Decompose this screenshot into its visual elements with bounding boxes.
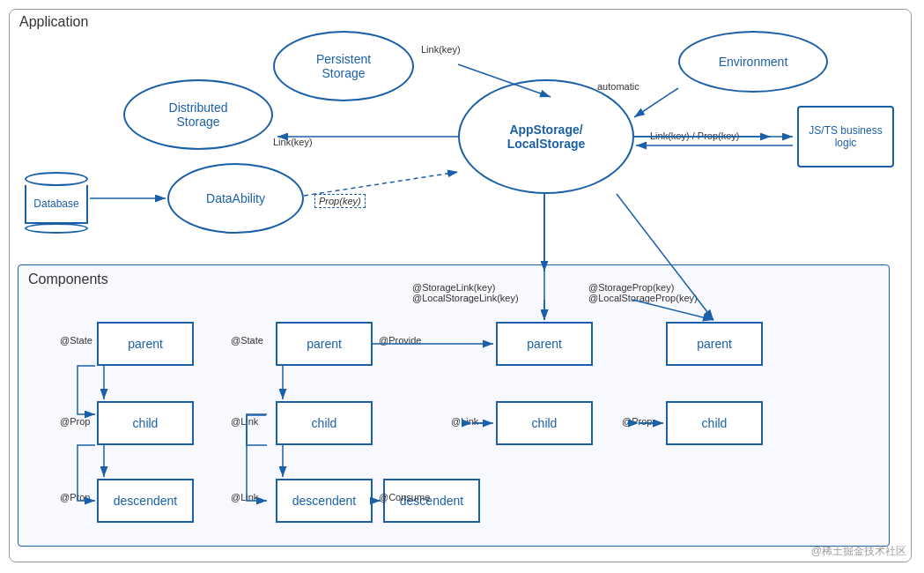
prop-key-label: Prop(key) [314,194,366,208]
link-label-g3: @Link [451,416,478,427]
g3-parent-box: parent [496,322,593,366]
db-bottom [25,223,88,234]
link-label-1: @Link [231,416,258,427]
automatic-label: automatic [597,81,639,92]
dataability-ellipse: DataAbility [167,163,304,234]
consume-label: @Consume [379,492,430,502]
g1-parent-label: parent [128,337,163,351]
g4-parent-label: parent [697,337,732,351]
g3-child-label: child [532,416,558,430]
jsts-shape: JS/TS business logic [797,106,894,167]
components-label: Components [28,272,108,287]
prop-label-g4: @Prop [622,416,652,427]
state-label-2: @State [231,335,263,346]
appstorage-label: AppStorage/LocalStorage [507,123,586,151]
g2-descendent-label: descendent [292,494,356,508]
g2-child-label: child [312,416,337,430]
g2-parent-label: parent [307,337,342,351]
storage-prop-label: @StorageProp(key) @LocalStorageProp(key) [588,282,698,303]
distributed-storage-label: DistributedStorage [169,100,228,129]
main-container: Application PersistentStorage Distribute… [0,0,924,573]
jsts-label: JS/TS business logic [799,124,892,149]
g1-descendent-box: descendent [97,479,194,523]
g4-child-box: child [666,401,763,445]
g3-child-box: child [496,401,593,445]
link-label-2: @Link [231,492,258,502]
environment-label: Environment [719,55,788,69]
app-title: Application [19,14,88,30]
g3-parent-label: parent [527,337,562,351]
appstorage-ellipse: AppStorage/LocalStorage [458,79,634,194]
g1-child-label: child [133,416,159,430]
persistent-storage-label: PersistentStorage [316,52,371,80]
db-body: Database [25,185,88,224]
distributed-storage-ellipse: DistributedStorage [123,79,273,150]
prop-label-2: @Prop [60,492,90,502]
dataability-label: DataAbility [206,191,265,205]
database-label: Database [33,197,78,210]
g2-child-box: child [276,401,373,445]
watermark: @稀土掘金技术社区 [811,544,906,559]
persistent-storage-ellipse: PersistentStorage [273,31,414,101]
link-key-label-1: Link(key) [421,44,461,55]
g1-descendent-label: descendent [114,494,177,508]
g2-descendent-box: descendent [276,479,373,523]
environment-ellipse: Environment [678,31,828,93]
storage-link-label: @StorageLink(key) @LocalStorageLink(key) [412,282,519,303]
g1-parent-box: parent [97,322,194,366]
link-prop-key-label: Link(key) / Prop(key) [650,130,739,141]
g1-child-box: child [97,401,194,445]
provide-label: @Provide [379,335,421,346]
db-top [25,172,88,186]
state-label-1: @State [60,335,92,346]
link-key-label-2: Link(key) [273,137,313,147]
database-node: Database [25,172,88,234]
g4-parent-box: parent [666,322,763,366]
prop-label-1: @Prop [60,416,90,427]
g4-child-label: child [702,416,728,430]
g2-parent-box: parent [276,322,373,366]
